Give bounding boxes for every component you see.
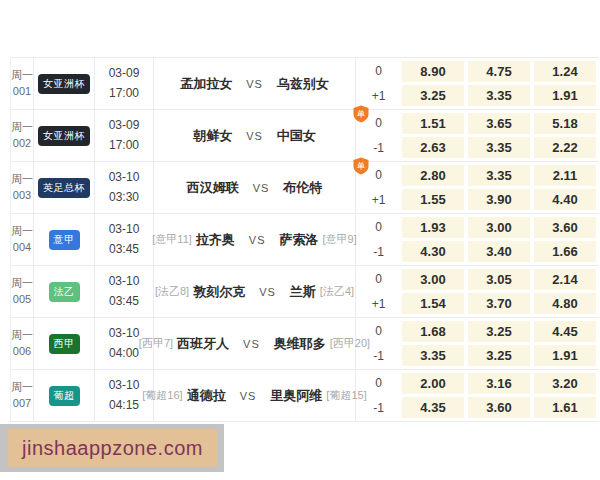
odds-cell[interactable]: 3.65	[468, 113, 530, 134]
odds-column-win: 1.93 4.30	[401, 214, 467, 265]
handicap-value-top: 0	[356, 58, 401, 84]
odds-column-draw: 3.16 3.60	[467, 370, 533, 421]
odds-cell[interactable]: 3.40	[468, 241, 530, 262]
away-rank: [法乙4]	[320, 284, 354, 299]
vs-label: VS	[243, 338, 260, 350]
odds-cell[interactable]: 3.25	[402, 85, 464, 106]
vs-label: VS	[246, 130, 263, 142]
odds-cell[interactable]: 1.66	[534, 241, 596, 262]
match-date: 03-10	[109, 376, 140, 396]
handicap-value-bottom: +1	[356, 188, 401, 214]
odds-cell[interactable]: 4.40	[534, 189, 596, 210]
handicap-cell: 单 0 -1	[356, 110, 401, 161]
handicap-cell: 单 0 +1	[356, 162, 401, 213]
match-date: 03-10	[109, 168, 140, 188]
odds-cell[interactable]: 3.60	[468, 397, 530, 418]
odds-column-lose: 4.45 1.91	[533, 318, 599, 369]
odds-column-draw: 3.05 3.70	[467, 266, 533, 317]
odds-cell[interactable]: 3.35	[468, 137, 530, 158]
handicap-value-bottom: -1	[356, 240, 401, 266]
odds-cell[interactable]: 1.91	[534, 345, 596, 366]
watermark-text: jinshaappzone.com	[22, 437, 203, 460]
match-row: 周一 005 法乙 03-10 03:45 [法乙8]敦刻尔克VS兰斯[法乙4]…	[11, 266, 598, 318]
odds-cell[interactable]: 5.18	[534, 113, 596, 134]
odds-cell[interactable]: 3.70	[468, 293, 530, 314]
datetime-cell: 03-09 17:00	[95, 58, 154, 109]
handicap-value-top: 0	[356, 370, 401, 396]
league-badge: 葡超	[49, 386, 80, 406]
odds-cell[interactable]: 1.24	[534, 61, 596, 82]
odds-cell[interactable]: 8.90	[402, 61, 464, 82]
odds-cell[interactable]: 4.45	[534, 321, 596, 342]
teams-cell: 朝鲜女VS中国女	[154, 110, 356, 161]
odds-cell[interactable]: 3.25	[468, 345, 530, 366]
odds-column-draw: 3.65 3.35	[467, 110, 533, 161]
odds-cell[interactable]: 2.63	[402, 137, 464, 158]
match-id: 周一 007	[11, 370, 34, 421]
match-time: 17:00	[109, 84, 140, 104]
odds-cell[interactable]: 1.68	[402, 321, 464, 342]
odds-cell[interactable]: 2.11	[534, 165, 596, 186]
match-date: 03-10	[109, 272, 140, 292]
odds-cell[interactable]: 2.14	[534, 269, 596, 290]
odds-cell[interactable]: 3.20	[534, 373, 596, 394]
odds-column-win: 8.90 3.25	[401, 58, 467, 109]
odds-cell[interactable]: 3.35	[402, 345, 464, 366]
odds-column-win: 1.68 3.35	[401, 318, 467, 369]
handicap-cell: 单 0 -1	[356, 214, 401, 265]
matches-table: 周一 001 女亚洲杯 03-09 17:00 孟加拉女VS乌兹别女 单 0	[10, 57, 598, 422]
shield-glyph: 单	[357, 109, 366, 119]
odds-cell[interactable]: 2.00	[402, 373, 464, 394]
away-team: 萨索洛	[280, 231, 319, 249]
league-badge: 意甲	[49, 230, 80, 250]
datetime-cell: 03-10 03:45	[95, 266, 154, 317]
odds-cell[interactable]: 4.35	[402, 397, 464, 418]
match-row: 周一 002 女亚洲杯 03-09 17:00 朝鲜女VS中国女 单 0 -	[11, 110, 598, 162]
league-badge: 女亚洲杯	[38, 126, 90, 146]
odds-cell[interactable]: 3.16	[468, 373, 530, 394]
vs-label: VS	[240, 390, 257, 402]
match-id-weekday: 周一	[11, 276, 33, 292]
odds-column-lose: 3.20 1.61	[533, 370, 599, 421]
odds-cell[interactable]: 1.93	[402, 217, 464, 238]
single-allowed-shield-icon: 单	[353, 105, 369, 123]
odds-cell[interactable]: 3.35	[468, 85, 530, 106]
home-team: 朝鲜女	[193, 127, 232, 145]
handicap-value-top: 0	[356, 318, 401, 344]
match-id-number: 001	[11, 84, 33, 100]
odds-cell[interactable]: 4.80	[534, 293, 596, 314]
single-allowed-shield-icon: 单	[353, 157, 369, 175]
teams-cell: 孟加拉女VS乌兹别女	[154, 58, 356, 109]
odds-column-win: 2.80 1.55	[401, 162, 467, 213]
odds-cell[interactable]: 1.51	[402, 113, 464, 134]
match-id-weekday: 周一	[11, 68, 33, 84]
match-id: 周一 005	[11, 266, 34, 317]
odds-cell[interactable]: 3.00	[402, 269, 464, 290]
odds-cell[interactable]: 2.22	[534, 137, 596, 158]
odds-cell[interactable]: 4.75	[468, 61, 530, 82]
odds-cell[interactable]: 3.00	[468, 217, 530, 238]
odds-column-lose: 2.11 4.40	[533, 162, 599, 213]
teams-cell: [法乙8]敦刻尔克VS兰斯[法乙4]	[154, 266, 356, 317]
odds-cell[interactable]: 3.25	[468, 321, 530, 342]
match-row: 周一 004 意甲 03-10 03:45 [意甲11]拉齐奥VS萨索洛[意甲9…	[11, 214, 598, 266]
odds-cell[interactable]: 3.60	[534, 217, 596, 238]
odds-cell[interactable]: 3.35	[468, 165, 530, 186]
odds-cell[interactable]: 1.61	[534, 397, 596, 418]
odds-cell[interactable]: 2.80	[402, 165, 464, 186]
odds-cell[interactable]: 1.55	[402, 189, 464, 210]
odds-cell[interactable]: 4.30	[402, 241, 464, 262]
odds-cell[interactable]: 1.91	[534, 85, 596, 106]
league-cell: 意甲	[34, 214, 95, 265]
teams-cell: [意甲11]拉齐奥VS萨索洛[意甲9]	[154, 214, 356, 265]
odds-cell[interactable]: 1.54	[402, 293, 464, 314]
odds-cell[interactable]: 3.05	[468, 269, 530, 290]
home-team: 西汉姆联	[187, 179, 239, 197]
odds-cell[interactable]: 3.90	[468, 189, 530, 210]
datetime-cell: 03-10 03:30	[95, 162, 154, 213]
shield-glyph: 单	[357, 161, 366, 171]
odds-column-draw: 3.35 3.90	[467, 162, 533, 213]
odds-column-win: 3.00 1.54	[401, 266, 467, 317]
home-rank: [葡超16]	[142, 388, 182, 403]
match-id-weekday: 周一	[11, 172, 33, 188]
